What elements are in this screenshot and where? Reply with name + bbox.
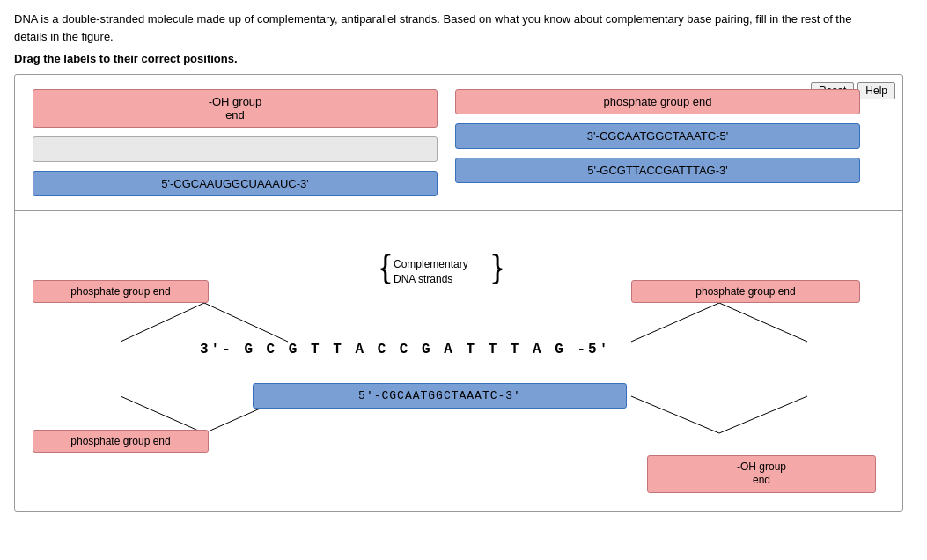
right-brace: }	[492, 251, 503, 283]
page-container: DNA is a double-stranded molecule made u…	[0, 0, 927, 522]
bottom-bottom-right-label[interactable]: -OH groupend	[647, 455, 876, 493]
bottom-top-left-label[interactable]: phosphate group end	[33, 280, 209, 303]
top-left-column: -OH groupend 5'-CGCAAUGGCUAAAUC-3'	[33, 89, 438, 196]
strand2-box[interactable]: 5'-CGCAATGGCTAAATC-3'	[253, 383, 627, 409]
top-left-label3[interactable]: 5'-CGCAAUGGCUAAAUC-3'	[33, 171, 438, 196]
top-right-label2[interactable]: 3'-CGCAATGGCTAAATC-5'	[455, 123, 860, 149]
bottom-bottom-left-label[interactable]: phosphate group end	[33, 430, 209, 453]
complementary-label: ComplementaryDNA strands	[394, 257, 490, 287]
drag-instruction: Drag the labels to their correct positio…	[14, 52, 913, 65]
svg-line-3	[719, 303, 807, 342]
bottom-section: ComplementaryDNA strands { } phosphate g…	[15, 211, 902, 511]
svg-line-6	[631, 396, 719, 433]
top-right-column: phosphate group end 3'-CGCAATGGCTAAATC-5…	[455, 89, 860, 183]
svg-line-1	[121, 303, 204, 342]
top-section: -OH groupend 5'-CGCAAUGGCUAAAUC-3' phosp…	[15, 75, 902, 211]
main-box: Reset Help -OH groupend 5'-CGCAAUGGCUAAA…	[14, 74, 903, 512]
svg-line-7	[719, 396, 807, 433]
top-left-label1[interactable]: -OH groupend	[33, 89, 438, 128]
svg-line-2	[631, 303, 719, 342]
svg-line-5	[121, 396, 204, 433]
bottom-top-right-label[interactable]: phosphate group end	[631, 280, 860, 303]
strand1-text: 3'- G C G T T A C C G A T T T A G -5'	[200, 342, 610, 357]
svg-line-0	[204, 303, 288, 342]
instructions-text: DNA is a double-stranded molecule made u…	[14, 11, 877, 45]
top-right-label3[interactable]: 5'-GCGTTACCGATTTAG-3'	[455, 158, 860, 183]
top-left-label2[interactable]	[33, 136, 438, 162]
top-right-label1[interactable]: phosphate group end	[455, 89, 860, 114]
left-brace: {	[380, 251, 391, 283]
